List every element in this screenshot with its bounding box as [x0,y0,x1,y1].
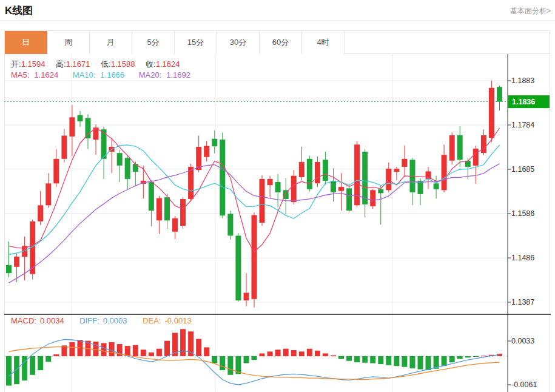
candle-body [291,176,297,202]
candle-body [227,214,233,235]
candle-body [69,117,75,137]
candle-body [434,183,439,189]
macd-bar [283,349,289,356]
candle-body [331,181,336,192]
candle-body [260,179,265,223]
macd-bar [212,356,217,363]
ma20-label: MA20: [139,70,162,79]
price-tag-value: 1.1836 [512,98,535,106]
tab-period-7[interactable]: 4时 [302,31,345,54]
candle-body [45,183,51,205]
macd-bar [473,356,479,357]
candle-body [78,115,83,121]
axis-tick-label: 0.0033 [511,337,534,345]
macd-bar [291,350,297,356]
candle-body [14,257,19,267]
high-label: 高: [56,59,66,69]
candle-body [188,167,193,199]
ma5-label: MA5: [11,70,29,79]
macd-bar [30,356,35,375]
macd-bar [101,343,107,356]
candle-body [449,135,455,161]
macd-bar [267,351,273,356]
candle-body [275,182,281,192]
candle-body [402,159,407,167]
candle-body [473,149,479,166]
candle-body [370,190,375,206]
candle-body [442,155,447,190]
macd-label: MACD: [11,316,36,325]
low-label: 低: [101,59,111,69]
axis-tick-label: -0.0061 [511,380,537,389]
macd-bar [418,356,423,370]
macd-bar [180,329,186,356]
macd-group [6,329,502,385]
macd-bar [149,353,154,356]
candle-body [497,87,502,101]
tab-period-4[interactable]: 15分 [175,31,217,54]
macd-bar [156,349,162,356]
macd-bar [141,350,146,356]
tab-period-3[interactable]: 5分 [132,31,175,54]
tab-period-2[interactable]: 月 [90,31,132,54]
macd-bar [370,356,375,363]
macd-bar [227,356,233,375]
macd-bar [164,341,170,356]
candle-body [307,159,312,189]
tab-period-6[interactable]: 60分 [260,31,302,54]
macd-bar [338,356,344,359]
kline-page: K线图 基本面分析> 日周月5分15分30分60分4时 1.18831.1784… [0,0,555,392]
macd-bar [45,356,51,362]
macd-bar [481,356,486,356]
macd-bar [457,356,463,359]
candle-body [117,153,123,166]
macd-bar [426,356,431,370]
candle-body [252,215,257,299]
macd-bar [252,356,257,360]
ma20-value: 1.1692 [166,70,190,79]
ma-info-bar: MA5:1.1624 MA10:1.1666 MA20:1.1692 [11,70,195,79]
candle-body [386,169,391,190]
candle-body [180,199,186,226]
candle-body [125,158,130,179]
candle-body [315,162,320,183]
macd-bar [394,356,399,366]
macd-bar [14,356,19,384]
axis-tick-label: 1.1486 [511,254,534,262]
period-tab-bar: 日周月5分15分30分60分4时 [5,31,550,54]
ma10-value: 1.1666 [100,70,124,79]
ma10-label: MA10: [73,70,96,79]
macd-bar [6,356,12,386]
tab-period-1[interactable]: 周 [47,31,90,54]
high-value: 1.1671 [66,59,90,69]
macd-bar [410,356,415,368]
macd-bar [323,353,328,356]
macd-bar [331,356,336,357]
candle-body [212,139,217,147]
candle-body [457,135,463,160]
macd-bar [362,356,368,363]
diff-value: 0.0003 [103,316,127,325]
candle-body [6,265,12,273]
macd-bar [299,351,304,356]
ohlc-info-bar: 开:1.1594 高:1.1671 低:1.1588 收:1.1624 [11,59,188,70]
dea-label: DEA: [143,316,161,325]
candle-body [489,88,494,138]
candle-body [164,197,170,220]
macd-bar [109,342,115,356]
open-label: 开: [11,59,21,69]
candle-body [378,189,383,194]
macd-bar [465,356,471,357]
macd-bar [204,347,209,356]
candle-body [53,159,59,184]
macd-bar [307,349,312,356]
macd-bar [449,356,455,362]
tab-period-0[interactable]: 日 [5,31,47,54]
macd-bar [402,356,407,367]
macd-value: 0.0034 [40,316,64,325]
macd-bar [244,356,249,363]
candle-body [156,198,162,221]
macd-bar [133,345,138,357]
candle-body [362,152,368,204]
tab-period-5[interactable]: 30分 [217,31,260,54]
